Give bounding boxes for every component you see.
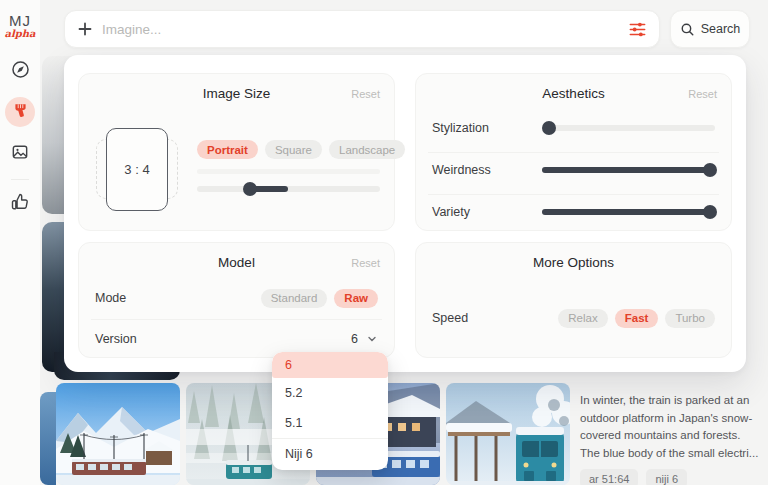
aspect-option-landscape[interactable]: Landscape bbox=[329, 140, 405, 159]
image-size-title: Image Size bbox=[79, 86, 394, 101]
weirdness-label: Weirdness bbox=[432, 163, 542, 177]
aesthetics-title: Aesthetics bbox=[416, 86, 731, 101]
version-option-5-2[interactable]: 5.2 bbox=[272, 378, 388, 408]
image-size-card: Image Size Reset 3 : 4 Portrait Square L… bbox=[78, 73, 395, 231]
mode-option-raw[interactable]: Raw bbox=[334, 289, 378, 308]
aesthetics-card: Aesthetics Reset Stylization Weirdness V… bbox=[415, 73, 732, 231]
sidebar-divider bbox=[11, 179, 29, 180]
version-option-5-1[interactable]: 5.1 bbox=[272, 408, 388, 438]
version-label: Version bbox=[95, 332, 137, 346]
sidebar-item-create[interactable] bbox=[5, 97, 35, 127]
speed-option-turbo[interactable]: Turbo bbox=[665, 309, 715, 328]
mode-row: Mode Standard Raw bbox=[95, 280, 378, 316]
variety-row: Variety bbox=[432, 192, 715, 232]
slider-track[interactable] bbox=[197, 186, 380, 192]
slider-handle[interactable] bbox=[703, 205, 717, 219]
gallery-image-1[interactable] bbox=[56, 383, 180, 485]
plus-icon[interactable] bbox=[77, 21, 93, 37]
search-button-label: Search bbox=[701, 22, 741, 36]
speed-row: Speed Relax Fast Turbo bbox=[432, 300, 715, 336]
aspect-option-square[interactable]: Square bbox=[265, 140, 322, 159]
weirdness-slider[interactable] bbox=[542, 163, 715, 177]
stylization-label: Stylization bbox=[432, 121, 542, 135]
prompt-caption[interactable]: In winter, the train is parked at an out… bbox=[580, 392, 760, 485]
mj-logo[interactable]: MJ alpha bbox=[4, 13, 35, 39]
stylization-slider[interactable] bbox=[542, 121, 715, 135]
speed-option-fast[interactable]: Fast bbox=[615, 309, 659, 328]
caption-line: The blue body of the small electri... bbox=[580, 445, 760, 463]
aspect-ratio-value: 3 : 4 bbox=[124, 162, 149, 177]
variety-label: Variety bbox=[432, 205, 542, 219]
chevron-down-icon bbox=[366, 333, 378, 345]
slider-handle[interactable] bbox=[243, 182, 257, 196]
model-reset-button[interactable]: Reset bbox=[351, 257, 380, 269]
slider-fill bbox=[542, 209, 710, 215]
paintbrush-icon bbox=[12, 102, 29, 123]
sidebar-item-archive[interactable] bbox=[7, 141, 33, 167]
more-options-title: More Options bbox=[416, 255, 731, 270]
sidebar-item-rate[interactable] bbox=[7, 191, 33, 217]
aesthetics-reset-button[interactable]: Reset bbox=[688, 88, 717, 100]
version-dropdown: 6 5.2 5.1 Niji 6 bbox=[272, 352, 388, 470]
stylization-row: Stylization bbox=[432, 108, 715, 148]
logo-text-mj: MJ bbox=[4, 13, 35, 28]
speed-options: Relax Fast Turbo bbox=[558, 309, 715, 328]
thumbs-up-icon bbox=[10, 192, 30, 216]
search-icon bbox=[680, 22, 695, 37]
row-divider bbox=[91, 319, 382, 320]
aspect-options: Portrait Square Landscape bbox=[197, 140, 405, 159]
compass-icon bbox=[10, 59, 31, 84]
version-option-6[interactable]: 6 bbox=[272, 352, 388, 378]
sidebar: MJ alpha bbox=[0, 0, 40, 485]
sidebar-item-explore[interactable] bbox=[7, 58, 33, 84]
speed-label: Speed bbox=[432, 311, 468, 325]
model-badge[interactable]: niji 6 bbox=[646, 469, 687, 485]
imagine-input[interactable] bbox=[102, 22, 628, 37]
speed-option-relax[interactable]: Relax bbox=[558, 309, 607, 328]
settings-panel: Image Size Reset 3 : 4 Portrait Square L… bbox=[64, 55, 746, 372]
mode-options: Standard Raw bbox=[261, 289, 378, 308]
version-value: 6 bbox=[351, 332, 358, 346]
caption-line: covered mountains and forests. bbox=[580, 427, 760, 445]
background-image-bottom bbox=[40, 392, 56, 485]
aspect-option-portrait[interactable]: Portrait bbox=[197, 140, 258, 159]
version-select[interactable]: 6 bbox=[351, 332, 378, 346]
caption-line: outdoor platform in Japan's snow- bbox=[580, 410, 760, 428]
model-title: Model bbox=[79, 255, 394, 270]
aspect-ratio-slider[interactable] bbox=[197, 182, 380, 196]
more-options-card: More Options Speed Relax Fast Turbo bbox=[415, 242, 732, 358]
weirdness-row: Weirdness bbox=[432, 150, 715, 190]
parameter-badges: ar 51:64 niji 6 bbox=[580, 469, 760, 485]
image-size-reset-button[interactable]: Reset bbox=[351, 88, 380, 100]
variety-slider[interactable] bbox=[542, 205, 715, 219]
slider-handle[interactable] bbox=[542, 121, 556, 135]
aspect-ratio-badge[interactable]: ar 51:64 bbox=[580, 469, 638, 485]
search-button[interactable]: Search bbox=[670, 10, 750, 48]
slider-fill bbox=[542, 167, 710, 173]
gallery-image-4[interactable] bbox=[446, 383, 570, 485]
version-option-niji-6[interactable]: Niji 6 bbox=[272, 439, 388, 469]
mode-label: Mode bbox=[95, 291, 126, 305]
image-icon bbox=[10, 142, 30, 166]
aspect-track-guide bbox=[197, 169, 380, 174]
aspect-ratio-preview: 3 : 4 bbox=[106, 128, 168, 211]
imagine-bar[interactable] bbox=[64, 10, 660, 48]
filters-icon[interactable] bbox=[628, 20, 647, 39]
slider-handle[interactable] bbox=[703, 163, 717, 177]
model-card: Model Reset Mode Standard Raw Version 6 bbox=[78, 242, 395, 358]
mode-option-standard[interactable]: Standard bbox=[261, 289, 328, 308]
caption-line: In winter, the train is parked at an bbox=[580, 392, 760, 410]
logo-text-alpha: alpha bbox=[4, 29, 35, 39]
slider-track[interactable] bbox=[542, 125, 715, 131]
